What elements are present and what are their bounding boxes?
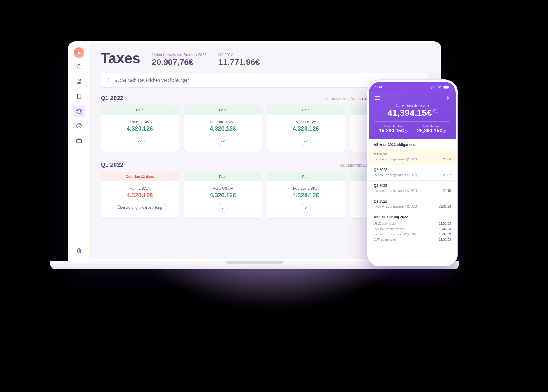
metric-net-result: Nettoergebnis vor Steuern 2022 20.907,76… [152,52,206,67]
more-icon[interactable]: ⋮ [172,174,176,180]
lifebuoy-icon[interactable] [73,120,85,132]
card-amount: 4,320.12€ [104,192,176,199]
obligation-date: 21/10 [443,189,451,192]
avatar[interactable] [74,47,84,58]
annual-closing: Annual closing 2022 UStE submission15/07… [369,212,456,245]
status-badge: Paid ⋮ [267,105,345,115]
metric-q2: Q2 2022 11.771,96€ [218,52,260,67]
obligation-quarter: Q3 2022 [374,184,451,188]
card-name: März UStVA [187,186,259,191]
obligation-desc: Income tax prepayment (2,301€) [374,189,419,192]
obligation-date: 21/04 [443,158,451,161]
sidebar: a [69,43,89,259]
phone-device: 9:41 Current taxable income 41,394.15€ⓘ … [367,80,457,266]
closing-date: 15/07/23 [439,238,451,241]
obligation-card[interactable]: Paid ⋮ Januar UStVA 4,320.12€ [101,105,179,152]
status-badge: Overdue 32 days ⋮ [101,172,179,181]
menu-icon[interactable] [374,96,380,100]
closing-desc: Income tax payment (12,433€) [374,232,416,236]
check-icon[interactable] [135,136,145,146]
obligation-item[interactable]: Q2 2022 Income tax prepayment (2,301€) 2… [369,165,456,181]
status-badge: Paid ⋮ [184,172,262,181]
svg-point-0 [78,51,80,53]
obligation-item[interactable]: Q1 2022 Income tax prepayment (2,301€) 2… [369,149,456,165]
obligation-card[interactable]: Paid ⋮ Februar UStVA 4,320.12€ [267,172,345,219]
closing-title: Annual closing 2022 [374,215,451,219]
info-icon[interactable]: ⓘ [443,130,446,133]
more-icon[interactable]: ⋮ [255,107,259,113]
check-icon[interactable] [301,203,311,213]
card-name: Februar UStVA [270,186,342,191]
metric-value: 11.771,96€ [218,57,260,67]
info-icon[interactable]: ⓘ [433,109,437,113]
more-icon[interactable]: ⋮ [255,174,259,180]
briefcase-icon[interactable] [73,134,85,147]
battery-icon [443,86,449,89]
closing-desc: EUR submission [374,238,397,241]
card-name: Januar UStVA [104,120,176,124]
closing-desc: Income tax submission [374,227,405,231]
receipt-icon[interactable] [73,90,85,102]
app-logo[interactable]: a [77,245,81,255]
gear-icon[interactable] [445,95,450,101]
signal-icon [431,86,435,89]
obligation-desc: Income tax prepayment (2,301€) [374,158,419,161]
svg-point-1 [79,79,81,81]
svg-rect-5 [76,139,81,143]
obligation-quarter: Q4 2022 [374,199,451,203]
card-amount: 4,320.12€ [187,125,259,132]
obligation-card[interactable]: Paid ⋮ Februar UStVA 4,320.12€ [184,105,262,152]
obligation-desc: Income tax prepayment (2,301€) [374,173,419,177]
status-badge: Paid ⋮ [184,105,262,115]
obligation-desc: Income tax prepayment (2,301€) [374,205,419,208]
section-title: Q1 2022 [101,95,123,102]
obligation-quarter: Q1 2022 [374,152,451,156]
search-icon [106,78,111,83]
svg-point-14 [447,97,449,99]
card-amount: 4,320.12€ [270,192,342,199]
closing-row: Income tax submission15/07/23 [374,226,451,232]
more-icon[interactable]: ⋮ [338,107,343,113]
closing-date: 15/07/23 [439,232,451,236]
obligation-card[interactable]: Overdue 32 days ⋮ April UStVA 4,320.12€ … [101,172,179,219]
more-icon[interactable]: ⋮ [338,174,343,180]
card-name: Februar UStVA [187,120,259,124]
hand-coins-icon[interactable] [73,75,85,88]
closing-date: 15/07/23 [439,227,451,231]
card-amount: 4,320.12€ [270,125,342,132]
estimated-tax: Estimated tax 15,390.15€ⓘ [374,125,412,134]
phone-time: 9:41 [375,85,383,89]
check-icon[interactable] [218,203,228,213]
closing-row: Income tax payment (12,433€)15/07/23 [374,232,451,237]
obligation-item[interactable]: Q4 2022 Income tax prepayment (2,301€) 2… [369,196,456,212]
check-icon[interactable] [218,136,228,146]
bank-icon[interactable] [73,60,85,73]
obligation-card[interactable]: Paid ⋮ März UStVA 4,320.12€ [184,172,262,219]
phone-hero: Current taxable income 41,394.15€ⓘ Estim… [369,92,456,139]
taxable-income-label: Current taxable income [374,104,450,107]
phone-statusbar: 9:41 [369,82,456,92]
more-icon[interactable]: ⋮ [172,107,176,113]
obligation-card[interactable]: Paid ⋮ März UStVA 4,320.12€ [267,105,345,152]
closing-date: 15/07/23 [439,222,451,225]
wifi-icon [437,86,441,89]
svg-rect-8 [433,87,433,88]
check-icon[interactable] [301,136,311,146]
page-title: Taxes [101,50,140,67]
svg-rect-7 [431,88,432,89]
closing-row: UStE submission15/07/23 [374,221,451,226]
scales-icon[interactable] [73,105,85,117]
net-after-tax: Net after tax 26,390.15€ⓘ [412,125,450,134]
svg-rect-12 [444,86,447,88]
review-pay-button[interactable]: Überprüfung und Bezahlung [113,203,167,212]
info-icon[interactable]: ⓘ [405,130,408,133]
taxable-income-value: 41,394.15€ⓘ [374,108,450,118]
closing-row: EUR submission15/07/23 [374,237,451,242]
status-badge: Paid ⋮ [101,105,179,115]
section-title: Q1 2022 [101,161,123,168]
obligation-item[interactable]: Q3 2022 Income tax prepayment (2,301€) 2… [369,181,456,196]
obligation-date: 21/07 [443,173,451,177]
svg-rect-2 [77,94,81,99]
search-input[interactable] [115,78,402,83]
svg-point-6 [107,79,110,81]
